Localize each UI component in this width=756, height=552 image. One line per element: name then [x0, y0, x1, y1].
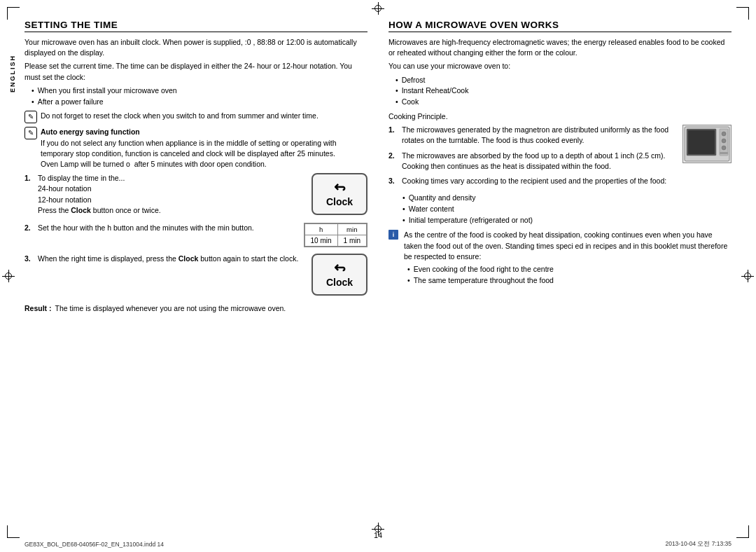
- info-bullets: Even cooking of the food right to the ce…: [407, 264, 732, 287]
- intro-para1: Your microwave oven has an inbuilt clock…: [24, 37, 368, 58]
- corner-mark-br: [736, 525, 749, 538]
- use-item-2: Instant Reheat/Cook: [396, 85, 732, 97]
- step2-content: Set the hour with the h button and the m…: [38, 223, 297, 233]
- right-section-heading: HOW A MICROWAVE OVEN WORKS: [388, 20, 732, 32]
- result-row: Result : The time is displayed whenever …: [24, 303, 368, 314]
- right-step2: 2. The microwaves are absorbed by the fo…: [388, 151, 677, 172]
- info-icon: i: [388, 230, 398, 240]
- page: ENGLISH SETTING THE TIME Your microwave …: [0, 0, 756, 552]
- step1-sub2: 12-hour notation: [38, 195, 91, 204]
- right-step3-num: 3.: [388, 176, 398, 186]
- footer-right: 2013-10-04 오전 7:13:35: [665, 540, 732, 548]
- info-bullet-1: Even cooking of the food right to the ce…: [407, 264, 732, 275]
- info-para: As the centre of the food is cooked by h…: [404, 230, 732, 262]
- note2-heading: Auto energy saving function: [41, 127, 140, 136]
- step2: 2. Set the hour with the h button and th…: [24, 223, 297, 233]
- info-content: As the centre of the food is cooked by h…: [404, 230, 732, 289]
- result-text: The time is displayed whenever you are n…: [55, 303, 286, 314]
- corner-mark-tr: [736, 7, 749, 20]
- left-section-heading: SETTING THE TIME: [24, 20, 368, 32]
- use-item-3: Cook: [396, 97, 732, 108]
- bullet-item-2: After a power failure: [31, 97, 368, 108]
- table-header-h: h: [304, 224, 337, 235]
- svg-point-4: [722, 132, 726, 136]
- clock-arrow-icon-1: ↩: [334, 181, 346, 195]
- svg-rect-7: [720, 152, 728, 154]
- corner-mark-bl: [7, 525, 20, 538]
- step3-bullet-2: Water content: [402, 204, 732, 215]
- step2-area: h min 10 min 1 min 2. Set the hour with …: [24, 223, 368, 251]
- right-step3-content: Cooking times vary according to the reci…: [402, 176, 732, 186]
- right-step1: 1. The microwaves generated by the magne…: [388, 125, 677, 146]
- note1-text: Do not forget to reset the clock when yo…: [41, 111, 318, 121]
- step1-clock-bold: Clock: [71, 206, 91, 214]
- english-label: ENGLISH: [9, 55, 16, 92]
- bullet-item-1: When you first install your microwave ov…: [31, 85, 368, 97]
- note2-content: Auto energy saving function If you do no…: [41, 127, 368, 170]
- note1-icon: [24, 111, 37, 123]
- info-bullet-2: The same temperature throughout the food: [407, 275, 732, 287]
- note2-box: Auto energy saving function If you do no…: [24, 127, 368, 170]
- right-intro-para1: Microwaves are high-frequency electromag…: [388, 37, 732, 58]
- corner-mark-tl: [7, 7, 20, 20]
- right-step3: 3. Cooking times vary according to the r…: [388, 176, 732, 186]
- svg-rect-2: [688, 130, 715, 154]
- table-value-min: 1 min: [337, 235, 366, 247]
- right-numbered-list: 1. The microwaves generated by the magne…: [388, 125, 732, 191]
- step3-bullet-3: Initial temperature (refrigerated or not…: [402, 215, 732, 226]
- cooking-principle: Cooking Principle.: [388, 111, 732, 122]
- step3: 3. When the right time is displayed, pre…: [24, 254, 304, 264]
- note2-body: If you do not select any function when a…: [41, 139, 337, 168]
- step1: 1. To display the time in the... 24-hour…: [24, 173, 304, 216]
- intro-para2: Please set the current time. The time ca…: [24, 61, 368, 82]
- result-label: Result :: [24, 303, 52, 314]
- table-value-h: 10 min: [304, 235, 337, 247]
- step3-bullet-1: Quantity and density: [402, 193, 732, 204]
- note1-box: Do not forget to reset the clock when yo…: [24, 111, 368, 123]
- step3-area: ↩ Clock 3. When the right time is displa…: [24, 254, 368, 299]
- crosshair-top: [372, 2, 384, 15]
- page-footer: GE83X_BOL_DE68-04056F-02_EN_131004.indd …: [24, 540, 732, 548]
- two-column-layout: ENGLISH SETTING THE TIME Your microwave …: [24, 20, 732, 314]
- step1-sub3: Press the Clock button once or twice.: [38, 206, 161, 214]
- right-step1-content: The microwaves generated by the magnetro…: [402, 125, 677, 146]
- crosshair-left: [2, 270, 15, 282]
- content-area: ENGLISH SETTING THE TIME Your microwave …: [24, 20, 732, 525]
- svg-point-5: [722, 139, 726, 143]
- uses-bullet-list: Defrost Instant Reheat/Cook Cook: [396, 75, 732, 108]
- right-step2-num: 2.: [388, 151, 398, 172]
- step3-bullets: Quantity and density Water content Initi…: [402, 193, 732, 226]
- step3-clock-bold: Clock: [178, 254, 199, 263]
- step1-text: To display the time in the...: [38, 174, 125, 182]
- right-step2-content: The microwaves are absorbed by the food …: [402, 151, 677, 172]
- right-step1-num: 1.: [388, 125, 398, 146]
- use-item-1: Defrost: [396, 75, 732, 86]
- bullet-list-when: When you first install your microwave ov…: [31, 85, 368, 108]
- crosshair-right: [741, 270, 754, 282]
- table-header-min: min: [337, 224, 366, 235]
- info-box: i As the centre of the food is cooked by…: [388, 230, 732, 289]
- step1-content: To display the time in the... 24-hour no…: [38, 173, 304, 216]
- clock-button-2: ↩ Clock: [312, 254, 368, 296]
- note2-icon: [24, 127, 37, 139]
- step2-num: 2.: [24, 223, 34, 233]
- step1-sub1: 24-hour notation: [38, 184, 91, 193]
- svg-point-6: [722, 146, 726, 150]
- page-number: 14: [374, 531, 382, 539]
- step1-num: 1.: [24, 173, 34, 216]
- clock-button-1: ↩ Clock: [312, 173, 368, 215]
- right-column: HOW A MICROWAVE OVEN WORKS Microwaves ar…: [388, 20, 732, 314]
- left-column: ENGLISH SETTING THE TIME Your microwave …: [24, 20, 368, 314]
- clock-label-2: Clock: [326, 277, 353, 288]
- step3-content: When the right time is displayed, press …: [38, 254, 304, 264]
- timer-table: h min 10 min 1 min: [304, 223, 368, 247]
- step1-area: ↩ Clock 1. To display the time in the...…: [24, 173, 368, 220]
- clock-arrow-icon-2: ↩: [334, 261, 346, 275]
- right-intro-para2: You can use your microwave oven to:: [388, 61, 732, 71]
- step3-num: 3.: [24, 254, 34, 264]
- footer-left: GE83X_BOL_DE68-04056F-02_EN_131004.indd …: [24, 541, 164, 548]
- clock-label-1: Clock: [326, 196, 353, 207]
- oven-image: [682, 125, 732, 163]
